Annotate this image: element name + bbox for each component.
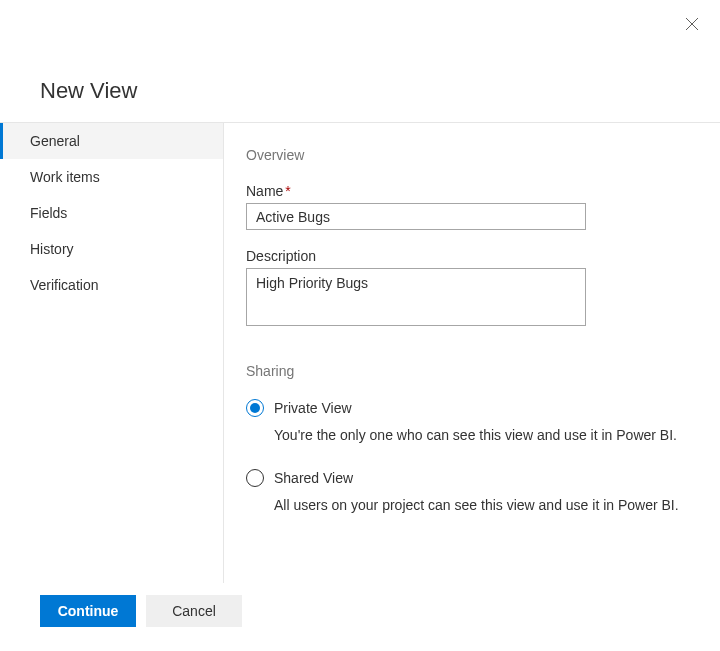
sidebar-item-general[interactable]: General — [0, 123, 223, 159]
required-indicator: * — [285, 183, 290, 199]
close-button[interactable] — [684, 16, 700, 32]
overview-section-label: Overview — [246, 147, 680, 163]
sidebar-item-label: Verification — [30, 277, 98, 293]
sidebar-item-history[interactable]: History — [0, 231, 223, 267]
sidebar: General Work items Fields History Verifi… — [0, 123, 224, 583]
dialog-title: New View — [40, 78, 720, 104]
name-input[interactable] — [246, 203, 586, 230]
continue-button[interactable]: Continue — [40, 595, 136, 627]
sidebar-item-fields[interactable]: Fields — [0, 195, 223, 231]
sidebar-item-work-items[interactable]: Work items — [0, 159, 223, 195]
radio-shared-view[interactable]: Shared View — [246, 469, 680, 487]
sidebar-item-label: Fields — [30, 205, 67, 221]
name-label: Name* — [246, 183, 680, 199]
content-panel: Overview Name* Description Sharing Priva… — [224, 123, 720, 583]
shared-view-description: All users on your project can see this v… — [274, 497, 680, 513]
sidebar-item-label: General — [30, 133, 80, 149]
cancel-button[interactable]: Cancel — [146, 595, 242, 627]
sidebar-item-verification[interactable]: Verification — [0, 267, 223, 303]
description-label: Description — [246, 248, 680, 264]
sidebar-item-label: Work items — [30, 169, 100, 185]
dialog-footer: Continue Cancel — [40, 595, 242, 627]
radio-label: Shared View — [274, 470, 353, 486]
radio-icon — [246, 399, 264, 417]
close-icon — [685, 17, 699, 31]
radio-private-view[interactable]: Private View — [246, 399, 680, 417]
private-view-description: You're the only one who can see this vie… — [274, 427, 680, 443]
description-input[interactable] — [246, 268, 586, 326]
sidebar-item-label: History — [30, 241, 74, 257]
dialog-header: New View — [0, 0, 720, 122]
sharing-section-label: Sharing — [246, 363, 680, 379]
radio-label: Private View — [274, 400, 352, 416]
radio-icon — [246, 469, 264, 487]
